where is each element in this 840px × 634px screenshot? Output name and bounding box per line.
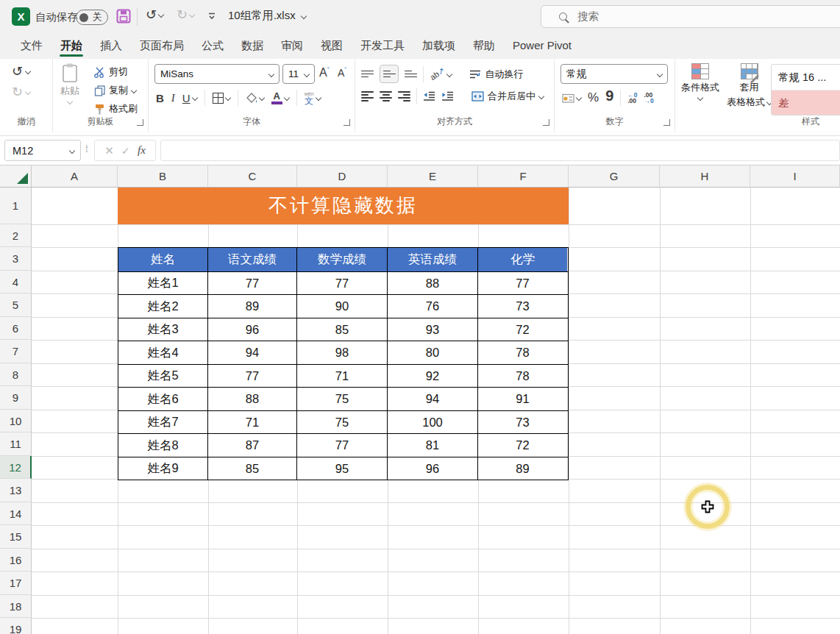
table-cell[interactable]: 80	[388, 341, 478, 364]
name-box-resize-handle[interactable]: ⁞	[85, 143, 88, 154]
column-header[interactable]: D	[297, 165, 388, 188]
row-header[interactable]: 4	[0, 271, 32, 294]
ribbon-tab[interactable]: 页面布局	[131, 33, 193, 59]
fill-color-button[interactable]	[246, 93, 264, 104]
redo-button[interactable]: ↻	[177, 8, 194, 21]
table-cell[interactable]: 100	[388, 411, 478, 434]
align-top-icon[interactable]	[361, 71, 374, 78]
phonetic-button[interactable]: wén文	[305, 91, 321, 105]
column-header[interactable]: I	[750, 165, 840, 188]
cut-button[interactable]: 剪切	[94, 65, 128, 79]
borders-button[interactable]	[213, 93, 230, 104]
row-header[interactable]: 16	[0, 549, 32, 572]
table-cell[interactable]: 89	[478, 457, 567, 480]
table-cell[interactable]: 77	[208, 272, 297, 295]
column-header[interactable]: G	[569, 165, 660, 188]
table-cell[interactable]: 姓名7	[118, 411, 208, 434]
table-cell[interactable]: 姓名2	[118, 295, 208, 318]
undo-button[interactable]: ↺	[146, 8, 163, 21]
table-header-cell[interactable]: 化学	[478, 248, 567, 271]
dialog-launcher-icon[interactable]	[663, 119, 670, 126]
row-header[interactable]: 18	[0, 595, 32, 619]
row-header[interactable]: 11	[0, 432, 32, 456]
table-cell[interactable]: 78	[478, 341, 567, 364]
accounting-format-button[interactable]	[562, 93, 581, 104]
table-cell[interactable]: 姓名8	[118, 434, 208, 457]
align-left-icon[interactable]	[361, 91, 374, 101]
table-cell[interactable]: 姓名5	[118, 365, 208, 388]
decrease-indent-icon[interactable]	[423, 91, 435, 101]
table-header-cell[interactable]: 语文成绩	[208, 248, 297, 271]
table-cell[interactable]: 姓名1	[118, 272, 208, 295]
save-icon[interactable]	[115, 8, 132, 24]
undo-button[interactable]: ↺	[12, 65, 30, 78]
table-cell[interactable]: 93	[388, 318, 478, 341]
ribbon-tab[interactable]: 开发工具	[352, 33, 413, 59]
table-cell[interactable]: 72	[478, 434, 567, 457]
font-name-combo[interactable]: MiSans	[154, 64, 280, 84]
font-size-combo[interactable]: 11	[282, 64, 315, 84]
comma-style-button[interactable]: 9	[605, 91, 613, 100]
search-box[interactable]: 搜索	[541, 5, 840, 28]
autosave-toggle[interactable]: 关	[76, 10, 108, 25]
ribbon-tab[interactable]: 数据	[232, 33, 272, 59]
orientation-button[interactable]: ab↗	[430, 69, 452, 79]
table-cell[interactable]: 73	[478, 295, 567, 318]
column-header[interactable]: H	[660, 165, 750, 188]
conditional-formatting-button[interactable]: 条件格式	[681, 63, 719, 100]
table-cell[interactable]: 96	[208, 318, 297, 341]
table-cell[interactable]: 89	[208, 295, 297, 318]
table-cell[interactable]: 85	[297, 318, 388, 341]
row-header[interactable]: 14	[0, 502, 32, 526]
row-header[interactable]: 7	[0, 340, 32, 363]
ribbon-tab[interactable]: 加载项	[413, 33, 464, 59]
name-box[interactable]: M12	[4, 140, 81, 161]
table-cell[interactable]: 77	[208, 365, 297, 388]
table-cell[interactable]: 77	[478, 272, 567, 295]
table-cell[interactable]: 94	[208, 341, 297, 364]
row-header[interactable]: 1	[0, 188, 32, 224]
bold-button[interactable]: B	[156, 92, 164, 104]
redo-button[interactable]: ↻	[12, 85, 30, 99]
table-cell[interactable]: 85	[208, 457, 297, 480]
row-header-selected[interactable]: 12	[0, 456, 32, 480]
increase-indent-icon[interactable]	[441, 91, 454, 101]
row-header[interactable]: 15	[0, 525, 32, 549]
wrap-text-button[interactable]: 自动换行	[469, 68, 523, 81]
table-cell[interactable]: 73	[478, 411, 567, 434]
table-header-cell[interactable]: 英语成绩	[388, 248, 478, 271]
table-cell[interactable]: 71	[297, 365, 388, 388]
table-header-cell[interactable]: 数学成绩	[297, 248, 388, 271]
cell-style-normal[interactable]: 常规 16 ...	[772, 65, 840, 90]
copy-button[interactable]: 复制	[94, 84, 136, 97]
cell-styles-gallery[interactable]: 常规 16 ... 差	[771, 64, 840, 115]
row-header[interactable]: 2	[0, 224, 32, 248]
column-header[interactable]: C	[208, 165, 297, 188]
ribbon-tab[interactable]: 插入	[91, 33, 131, 59]
row-header[interactable]: 3	[0, 247, 32, 271]
row-header[interactable]: 17	[0, 571, 32, 595]
table-cell[interactable]: 72	[478, 318, 567, 341]
table-cell[interactable]: 87	[208, 434, 297, 457]
ribbon-tab[interactable]: 视图	[312, 33, 352, 59]
table-cell[interactable]: 姓名3	[118, 318, 208, 341]
table-cell[interactable]: 94	[388, 388, 478, 410]
table-cell[interactable]: 71	[208, 411, 297, 434]
increase-decimal-button[interactable]: ←0.00	[627, 92, 637, 104]
title-banner-cell[interactable]: 不计算隐藏数据	[118, 188, 569, 224]
row-header[interactable]: 5	[0, 293, 32, 317]
table-cell[interactable]: 75	[297, 411, 388, 434]
ribbon-tab[interactable]: 帮助	[464, 33, 504, 59]
row-header[interactable]: 6	[0, 317, 32, 341]
italic-button[interactable]: I	[171, 92, 175, 104]
row-header[interactable]: 10	[0, 410, 32, 433]
table-cell[interactable]: 96	[388, 457, 478, 480]
align-center-icon[interactable]	[380, 91, 392, 101]
table-cell[interactable]: 92	[388, 365, 478, 388]
file-name[interactable]: 10组常用.xlsx	[228, 9, 306, 23]
select-all-button[interactable]	[0, 165, 32, 188]
sheet-body[interactable]: 1234567891011 12 13141516171819 不计算隐藏数据 …	[0, 188, 840, 634]
table-cell[interactable]: 姓名6	[118, 388, 208, 410]
row-header[interactable]: 8	[0, 363, 32, 387]
cell-style-bad[interactable]: 差	[772, 90, 840, 115]
